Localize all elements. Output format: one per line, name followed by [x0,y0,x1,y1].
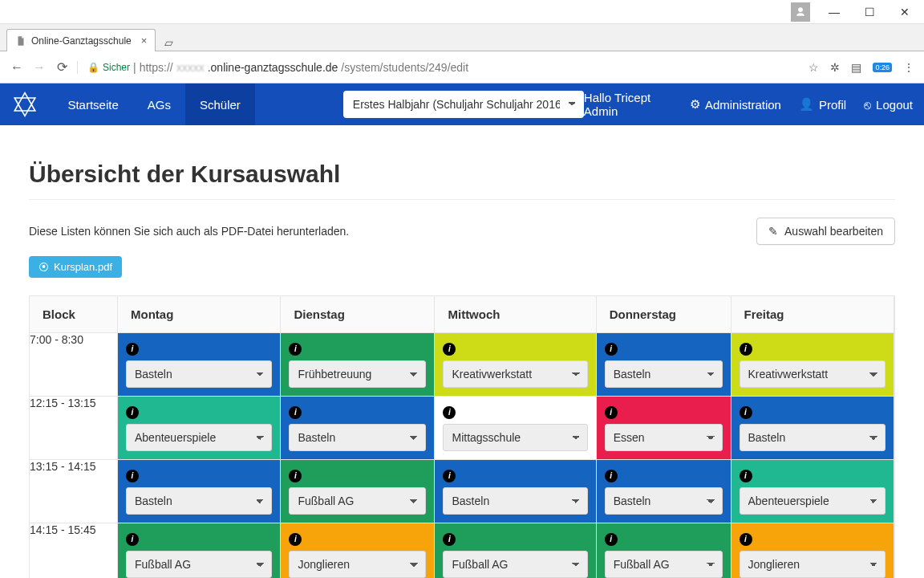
course-selector[interactable]: Fußball AG [605,551,723,578]
slot-cell: iBasteln [597,460,732,523]
slot-cell: iJonglieren [281,523,435,578]
pencil-icon: ✎ [768,225,778,238]
col-tuesday: Dienstag [281,296,435,333]
page-content: Übersicht der Kursauswahl Diese Listen k… [0,125,924,578]
menu-icon[interactable]: ⋮ [903,61,914,74]
slot-cell: iFußball AG [597,523,732,578]
time-cell: 7:00 - 8:30 [30,333,118,397]
back-button[interactable]: ← [10,60,24,75]
course-slot: iJonglieren [732,523,894,578]
slot-cell: iAbenteuerspiele [732,460,895,523]
forward-button: → [32,60,47,75]
course-selector[interactable]: Abenteuerspiele [740,487,886,515]
info-icon[interactable]: i [740,343,752,356]
course-selector[interactable]: Basteln [126,360,272,388]
info-icon[interactable]: i [605,533,618,546]
course-selector[interactable]: Jonglieren [289,551,426,578]
window-close-button[interactable]: ✕ [887,1,922,23]
browser-tab[interactable]: Online-Ganztagsschule × [6,29,156,51]
course-slot: iFußball AG [597,523,731,578]
info-icon[interactable]: i [443,343,456,356]
extension-icon-2[interactable]: ▤ [851,61,861,74]
time-cell: 14:15 - 15:45 [30,523,118,578]
nav-profil[interactable]: 👤Profil [799,97,846,112]
svg-marker-0 [14,93,35,111]
window-maximize-button[interactable]: ☐ [852,1,887,23]
edit-selection-button[interactable]: ✎Auswahl bearbeiten [756,218,895,245]
address-bar[interactable]: 🔒 Sicher | https://xxxxx.online-ganztags… [77,61,800,74]
window-titlebar: — ☐ ✕ [0,0,924,24]
course-selector[interactable]: Abenteuerspiele [126,424,272,451]
course-selector[interactable]: Frühbetreuung [289,360,426,388]
slot-cell: iFußball AG [435,523,596,578]
slot-cell: iFußball AG [281,460,435,523]
slot-cell: iMittagsschule [435,397,596,460]
course-slot: iEssen [597,397,731,459]
info-icon[interactable]: i [126,343,139,356]
new-tab-button[interactable]: ▱ [159,35,178,51]
info-icon[interactable]: i [126,470,139,482]
slot-cell: iBasteln [732,397,895,460]
course-selector[interactable]: Kreativwerkstatt [443,360,587,388]
course-selector[interactable]: Basteln [443,487,587,515]
tab-close-icon[interactable]: × [141,35,148,47]
info-icon[interactable]: i [289,406,302,419]
browser-toolbar: ← → ⟳ 🔒 Sicher | https://xxxxx.online-ga… [0,51,924,83]
info-icon[interactable]: i [443,406,456,419]
course-selector[interactable]: Jonglieren [740,551,886,578]
info-icon[interactable]: i [289,343,302,356]
course-selector[interactable]: Basteln [740,424,886,451]
course-selector[interactable]: Essen [605,424,723,451]
reload-button[interactable]: ⟳ [55,60,69,75]
info-icon[interactable]: i [605,406,618,419]
nav-administration[interactable]: ⚙Administration [690,97,781,112]
course-selector[interactable]: Mittagsschule [443,424,587,451]
course-selector[interactable]: Fußball AG [126,551,272,578]
course-slot: iMittagsschule [435,397,595,459]
greeting-text: Hallo Tricept Admin [584,91,672,118]
window-minimize-button[interactable]: — [817,1,852,23]
info-icon[interactable]: i [289,470,302,482]
course-slot: iBasteln [118,460,280,523]
extension-badge[interactable]: 0:26 [873,63,892,72]
course-selector[interactable]: Fußball AG [443,551,587,578]
course-selector[interactable]: Basteln [605,360,723,388]
download-icon: ⦿ [38,261,49,273]
slot-cell: iKreativwerkstatt [732,333,895,397]
course-slot: iFrühbetreuung [281,333,434,396]
course-selector[interactable]: Basteln [289,424,426,451]
brand-logo-icon[interactable] [11,90,38,119]
col-monday: Montag [118,296,281,333]
course-selector[interactable]: Kreativwerkstatt [740,360,886,388]
slot-cell: iJonglieren [732,523,895,578]
info-icon[interactable]: i [605,470,618,482]
info-icon[interactable]: i [443,533,456,546]
semester-selector[interactable]: Erstes Halbjahr (Schuljahr Schuljahr 201… [343,91,584,118]
nav-logout[interactable]: ⎋Logout [864,98,913,112]
info-icon[interactable]: i [740,406,752,419]
info-icon[interactable]: i [740,470,752,482]
course-selector[interactable]: Fußball AG [289,487,426,515]
nav-schueler[interactable]: Schüler [185,83,255,125]
nav-ags[interactable]: AGs [133,83,185,125]
download-pdf-button[interactable]: ⦿Kursplan.pdf [29,256,122,278]
windows-user-icon[interactable] [791,2,810,22]
info-icon[interactable]: i [740,533,752,546]
extension-icon[interactable]: ✲ [830,61,840,74]
slot-cell: iBasteln [118,460,281,523]
info-icon[interactable]: i [126,533,139,546]
info-icon[interactable]: i [605,343,618,356]
svg-marker-1 [14,98,35,116]
time-cell: 12:15 - 13:15 [30,397,118,460]
info-icon[interactable]: i [126,406,139,419]
star-icon[interactable]: ☆ [808,61,819,74]
url-domain: .online-ganztagsschule.de [208,61,338,74]
table-row: 7:00 - 8:30iBastelniFrühbetreuungiKreati… [30,333,894,397]
course-selector[interactable]: Basteln [126,487,272,515]
course-slot: iBasteln [597,333,731,396]
info-icon[interactable]: i [443,470,456,482]
info-icon[interactable]: i [289,533,302,546]
slot-cell: iBasteln [597,333,732,397]
nav-startseite[interactable]: Startseite [53,83,132,125]
course-selector[interactable]: Basteln [605,487,723,515]
